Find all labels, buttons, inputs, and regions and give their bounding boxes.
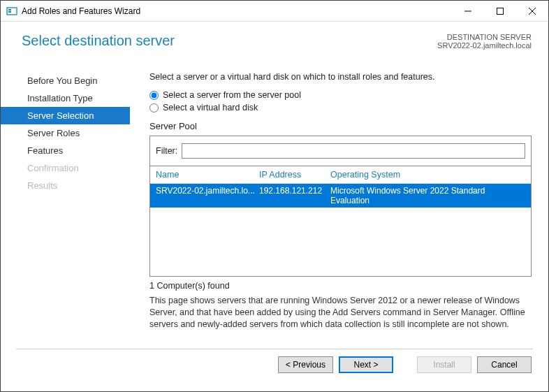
radio-vhd-input[interactable]	[149, 103, 159, 112]
svg-rect-1	[8, 9, 11, 10]
page-title: Select destination server	[22, 33, 437, 49]
filter-input[interactable]	[182, 143, 525, 159]
app-icon	[6, 6, 17, 17]
page-description: This page shows servers that are running…	[149, 295, 532, 331]
next-button[interactable]: Next >	[339, 356, 393, 373]
cell-ip: 192.168.121.212	[259, 186, 330, 205]
sidebar: Before You Begin Installation Type Serve…	[1, 62, 130, 342]
filter-label: Filter:	[156, 146, 177, 156]
sidebar-item-server-selection[interactable]: Server Selection	[1, 107, 130, 124]
table-row[interactable]: SRV2022-02.jamiltech.lo... 192.168.121.2…	[150, 184, 531, 208]
server-pool-label: Server Pool	[149, 121, 532, 131]
server-table: Name IP Address Operating System SRV2022…	[149, 166, 532, 277]
header-meta: DESTINATION SERVER SRV2022-02.jamiltech.…	[437, 33, 532, 50]
col-header-name[interactable]: Name	[156, 170, 259, 180]
header: Select destination server DESTINATION SE…	[1, 22, 548, 62]
sidebar-item-results: Results	[1, 177, 130, 194]
sidebar-item-features[interactable]: Features	[1, 142, 130, 159]
instruction-text: Select a server or a virtual hard disk o…	[149, 72, 532, 82]
sidebar-item-before-you-begin[interactable]: Before You Begin	[1, 72, 130, 89]
sidebar-item-installation-type[interactable]: Installation Type	[1, 89, 130, 107]
col-header-os[interactable]: Operating System	[330, 170, 525, 180]
svg-rect-4	[497, 8, 504, 14]
col-header-ip[interactable]: IP Address	[259, 170, 330, 180]
table-header: Name IP Address Operating System	[150, 166, 531, 184]
radio-server-pool[interactable]: Select a server from the server pool	[149, 90, 532, 100]
dest-label: DESTINATION SERVER	[437, 33, 532, 41]
radio-vhd-label: Select a virtual hard disk	[163, 103, 258, 112]
filter-box: Filter:	[149, 136, 532, 166]
cell-os: Microsoft Windows Server 2022 Standard E…	[330, 186, 525, 205]
window-controls	[452, 1, 548, 22]
minimize-button[interactable]	[452, 1, 484, 22]
install-button: Install	[417, 356, 471, 373]
window-title: Add Roles and Features Wizard	[22, 6, 452, 16]
sidebar-item-server-roles[interactable]: Server Roles	[1, 124, 130, 142]
footer: < Previous Next > Install Cancel	[1, 349, 548, 380]
maximize-button[interactable]	[484, 1, 516, 22]
titlebar: Add Roles and Features Wizard	[1, 1, 548, 22]
radio-vhd[interactable]: Select a virtual hard disk	[149, 103, 532, 112]
dest-server: SRV2022-02.jamiltech.local	[437, 41, 532, 50]
radio-server-pool-label: Select a server from the server pool	[163, 90, 301, 100]
main-panel: Select a server or a virtual hard disk o…	[130, 62, 548, 342]
sidebar-item-confirmation: Confirmation	[1, 159, 130, 177]
previous-button[interactable]: < Previous	[278, 356, 333, 373]
computers-found: 1 Computer(s) found	[149, 281, 532, 291]
close-button[interactable]	[516, 1, 548, 22]
cancel-button[interactable]: Cancel	[477, 356, 532, 373]
content: Before You Begin Installation Type Serve…	[1, 62, 548, 342]
cell-name: SRV2022-02.jamiltech.lo...	[156, 186, 259, 205]
radio-server-pool-input[interactable]	[149, 91, 159, 100]
svg-rect-2	[8, 11, 11, 13]
